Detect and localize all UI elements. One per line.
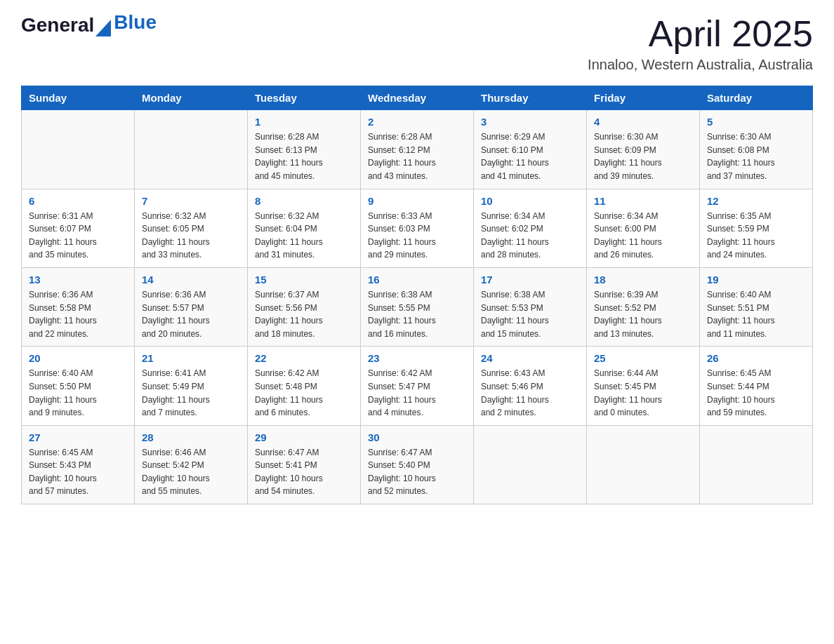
day-number: 12 — [707, 195, 805, 207]
day-number: 26 — [707, 352, 805, 364]
calendar-cell: 11Sunrise: 6:34 AMSunset: 6:00 PMDayligh… — [587, 189, 700, 267]
day-info: Sunrise: 6:32 AMSunset: 6:05 PMDaylight:… — [142, 210, 240, 262]
col-header-friday: Friday — [587, 86, 700, 110]
col-header-thursday: Thursday — [474, 86, 587, 110]
day-number: 17 — [481, 274, 579, 286]
day-info: Sunrise: 6:38 AMSunset: 5:55 PMDaylight:… — [368, 288, 466, 340]
day-info: Sunrise: 6:28 AMSunset: 6:12 PMDaylight:… — [368, 130, 466, 182]
day-info: Sunrise: 6:29 AMSunset: 6:10 PMDaylight:… — [481, 130, 579, 182]
day-info: Sunrise: 6:36 AMSunset: 5:58 PMDaylight:… — [29, 288, 127, 340]
logo-blue: Blue — [114, 11, 157, 34]
calendar-cell: 14Sunrise: 6:36 AMSunset: 5:57 PMDayligh… — [135, 267, 248, 346]
calendar-cell: 4Sunrise: 6:30 AMSunset: 6:09 PMDaylight… — [587, 110, 700, 189]
col-header-sunday: Sunday — [22, 86, 135, 110]
col-header-wednesday: Wednesday — [361, 86, 474, 110]
day-number: 8 — [255, 195, 353, 207]
day-info: Sunrise: 6:31 AMSunset: 6:07 PMDaylight:… — [29, 210, 127, 262]
day-number: 11 — [594, 195, 692, 207]
calendar-cell — [587, 425, 700, 504]
calendar-cell: 22Sunrise: 6:42 AMSunset: 5:48 PMDayligh… — [248, 347, 361, 425]
day-info: Sunrise: 6:40 AMSunset: 5:50 PMDaylight:… — [29, 367, 127, 419]
calendar-header-row: SundayMondayTuesdayWednesdayThursdayFrid… — [22, 86, 813, 110]
day-number: 24 — [481, 352, 579, 364]
logo-general: General — [21, 14, 94, 36]
day-number: 2 — [368, 116, 466, 128]
day-info: Sunrise: 6:35 AMSunset: 5:59 PMDaylight:… — [707, 210, 805, 262]
col-header-saturday: Saturday — [700, 86, 813, 110]
calendar-cell: 24Sunrise: 6:43 AMSunset: 5:46 PMDayligh… — [474, 347, 587, 425]
day-info: Sunrise: 6:47 AMSunset: 5:41 PMDaylight:… — [255, 446, 353, 498]
calendar-week-row: 27Sunrise: 6:45 AMSunset: 5:43 PMDayligh… — [22, 425, 813, 504]
day-info: Sunrise: 6:38 AMSunset: 5:53 PMDaylight:… — [481, 288, 579, 340]
day-number: 23 — [368, 352, 466, 364]
day-number: 29 — [255, 431, 353, 443]
day-number: 21 — [142, 352, 240, 364]
calendar-cell: 15Sunrise: 6:37 AMSunset: 5:56 PMDayligh… — [248, 267, 361, 346]
day-info: Sunrise: 6:41 AMSunset: 5:49 PMDaylight:… — [142, 367, 240, 419]
calendar-cell: 30Sunrise: 6:47 AMSunset: 5:40 PMDayligh… — [361, 425, 474, 504]
calendar-cell: 2Sunrise: 6:28 AMSunset: 6:12 PMDaylight… — [361, 110, 474, 189]
location-text: Innaloo, Western Australia, Australia — [588, 57, 813, 73]
calendar-cell: 5Sunrise: 6:30 AMSunset: 6:08 PMDaylight… — [700, 110, 813, 189]
col-header-tuesday: Tuesday — [248, 86, 361, 110]
day-number: 1 — [255, 116, 353, 128]
calendar-cell: 17Sunrise: 6:38 AMSunset: 5:53 PMDayligh… — [474, 267, 587, 346]
calendar-cell: 20Sunrise: 6:40 AMSunset: 5:50 PMDayligh… — [22, 347, 135, 425]
calendar-table: SundayMondayTuesdayWednesdayThursdayFrid… — [21, 86, 813, 504]
calendar-cell: 10Sunrise: 6:34 AMSunset: 6:02 PMDayligh… — [474, 189, 587, 267]
calendar-cell — [135, 110, 248, 189]
day-number: 19 — [707, 274, 805, 286]
day-info: Sunrise: 6:42 AMSunset: 5:47 PMDaylight:… — [368, 367, 466, 419]
day-info: Sunrise: 6:37 AMSunset: 5:56 PMDaylight:… — [255, 288, 353, 340]
day-info: Sunrise: 6:33 AMSunset: 6:03 PMDaylight:… — [368, 210, 466, 262]
title-block: April 2025 Innaloo, Western Australia, A… — [588, 14, 813, 73]
day-number: 30 — [368, 431, 466, 443]
calendar-week-row: 20Sunrise: 6:40 AMSunset: 5:50 PMDayligh… — [22, 347, 813, 425]
col-header-monday: Monday — [135, 86, 248, 110]
logo: General Blue — [21, 14, 157, 36]
day-info: Sunrise: 6:39 AMSunset: 5:52 PMDaylight:… — [594, 288, 692, 340]
calendar-cell: 23Sunrise: 6:42 AMSunset: 5:47 PMDayligh… — [361, 347, 474, 425]
calendar-cell: 13Sunrise: 6:36 AMSunset: 5:58 PMDayligh… — [22, 267, 135, 346]
day-info: Sunrise: 6:44 AMSunset: 5:45 PMDaylight:… — [594, 367, 692, 419]
calendar-cell: 18Sunrise: 6:39 AMSunset: 5:52 PMDayligh… — [587, 267, 700, 346]
calendar-cell: 25Sunrise: 6:44 AMSunset: 5:45 PMDayligh… — [587, 347, 700, 425]
day-info: Sunrise: 6:45 AMSunset: 5:43 PMDaylight:… — [29, 446, 127, 498]
calendar-week-row: 1Sunrise: 6:28 AMSunset: 6:13 PMDaylight… — [22, 110, 813, 189]
logo-triangle-icon — [95, 14, 111, 36]
calendar-cell: 9Sunrise: 6:33 AMSunset: 6:03 PMDaylight… — [361, 189, 474, 267]
calendar-cell: 26Sunrise: 6:45 AMSunset: 5:44 PMDayligh… — [700, 347, 813, 425]
day-info: Sunrise: 6:36 AMSunset: 5:57 PMDaylight:… — [142, 288, 240, 340]
calendar-cell — [700, 425, 813, 504]
calendar-cell: 12Sunrise: 6:35 AMSunset: 5:59 PMDayligh… — [700, 189, 813, 267]
calendar-cell: 29Sunrise: 6:47 AMSunset: 5:41 PMDayligh… — [248, 425, 361, 504]
day-number: 25 — [594, 352, 692, 364]
calendar-cell: 28Sunrise: 6:46 AMSunset: 5:42 PMDayligh… — [135, 425, 248, 504]
day-info: Sunrise: 6:34 AMSunset: 6:00 PMDaylight:… — [594, 210, 692, 262]
day-info: Sunrise: 6:34 AMSunset: 6:02 PMDaylight:… — [481, 210, 579, 262]
calendar-cell — [22, 110, 135, 189]
calendar-cell: 16Sunrise: 6:38 AMSunset: 5:55 PMDayligh… — [361, 267, 474, 346]
day-info: Sunrise: 6:45 AMSunset: 5:44 PMDaylight:… — [707, 367, 805, 419]
day-number: 6 — [29, 195, 127, 207]
page-header: General Blue April 2025 Innaloo, Western… — [21, 14, 813, 73]
calendar-cell: 1Sunrise: 6:28 AMSunset: 6:13 PMDaylight… — [248, 110, 361, 189]
calendar-cell — [474, 425, 587, 504]
day-info: Sunrise: 6:30 AMSunset: 6:08 PMDaylight:… — [707, 130, 805, 182]
calendar-week-row: 6Sunrise: 6:31 AMSunset: 6:07 PMDaylight… — [22, 189, 813, 267]
day-number: 13 — [29, 274, 127, 286]
day-number: 3 — [481, 116, 579, 128]
month-title: April 2025 — [588, 14, 813, 54]
calendar-cell: 27Sunrise: 6:45 AMSunset: 5:43 PMDayligh… — [22, 425, 135, 504]
day-info: Sunrise: 6:47 AMSunset: 5:40 PMDaylight:… — [368, 446, 466, 498]
svg-marker-0 — [95, 20, 111, 36]
day-number: 27 — [29, 431, 127, 443]
day-info: Sunrise: 6:28 AMSunset: 6:13 PMDaylight:… — [255, 130, 353, 182]
day-number: 9 — [368, 195, 466, 207]
day-info: Sunrise: 6:46 AMSunset: 5:42 PMDaylight:… — [142, 446, 240, 498]
day-number: 7 — [142, 195, 240, 207]
calendar-cell: 21Sunrise: 6:41 AMSunset: 5:49 PMDayligh… — [135, 347, 248, 425]
calendar-cell: 8Sunrise: 6:32 AMSunset: 6:04 PMDaylight… — [248, 189, 361, 267]
day-number: 22 — [255, 352, 353, 364]
day-info: Sunrise: 6:42 AMSunset: 5:48 PMDaylight:… — [255, 367, 353, 419]
